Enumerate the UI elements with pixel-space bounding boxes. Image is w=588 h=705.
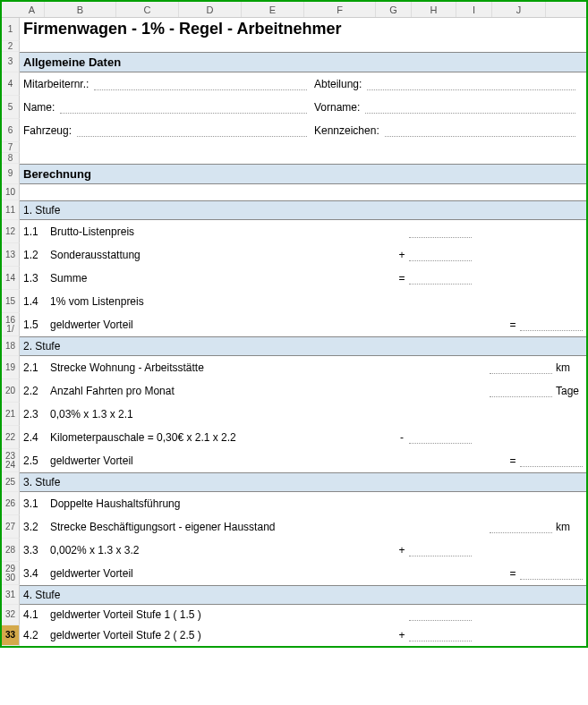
- section-berechnung: Berechnung: [23, 167, 91, 181]
- value-2-5[interactable]: [520, 454, 583, 467]
- text-1-3: Summe: [50, 272, 395, 285]
- unit-2-2: Tage: [552, 385, 583, 397]
- num-1-3: 1.3: [23, 272, 50, 285]
- row-num-selected[interactable]: 33: [2, 625, 20, 646]
- value-3-3[interactable]: [409, 544, 472, 556]
- row-num[interactable]: 5: [2, 96, 20, 119]
- value-1-2[interactable]: [409, 249, 472, 261]
- op-1-5: =: [506, 319, 520, 331]
- value-2-4[interactable]: [409, 431, 472, 444]
- row-num[interactable]: 161/: [2, 313, 20, 336]
- row-num[interactable]: 18: [2, 336, 20, 356]
- row-num[interactable]: 32: [2, 605, 20, 625]
- row-num[interactable]: 20: [2, 379, 20, 403]
- row-num[interactable]: 22: [2, 426, 20, 449]
- input-name[interactable]: [60, 101, 307, 114]
- row-num[interactable]: 8: [2, 153, 20, 164]
- row-num[interactable]: 2324: [2, 449, 20, 472]
- text-2-5: geldwerter Vorteil: [50, 454, 506, 467]
- num-4-1: 4.1: [23, 608, 50, 621]
- text-1-4: 1% vom Listenpreis: [50, 295, 404, 308]
- num-3-4: 3.4: [23, 567, 50, 580]
- text-2-1: Strecke Wohnung - Arbeitsstätte: [50, 361, 490, 374]
- row-num[interactable]: 19: [2, 356, 20, 379]
- value-1-5[interactable]: [520, 319, 583, 331]
- num-3-1: 3.1: [23, 497, 50, 510]
- op-1-2: +: [395, 249, 409, 261]
- input-abteilung[interactable]: [367, 78, 575, 90]
- doc-title: Firmenwagen - 1% - Regel - Arbeitnehmer: [23, 20, 341, 38]
- text-2-4: Kilometerpauschale = 0,30€ x 2.1 x 2.2: [50, 431, 395, 444]
- input-kennzeichen[interactable]: [385, 124, 575, 137]
- value-4-1[interactable]: [409, 608, 472, 621]
- section-allgemeine: Allgemeine Daten: [23, 55, 121, 69]
- row-num[interactable]: 15: [2, 290, 20, 313]
- col-e[interactable]: E: [242, 2, 304, 17]
- row-num[interactable]: 13: [2, 243, 20, 267]
- value-2-2[interactable]: [490, 385, 552, 397]
- label-abteilung: Abteilung:: [314, 78, 362, 90]
- op-3-3: +: [395, 544, 409, 556]
- row-num[interactable]: 7: [2, 142, 20, 153]
- value-3-4[interactable]: [520, 567, 583, 580]
- num-2-5: 2.5: [23, 454, 50, 467]
- row-num[interactable]: 3: [2, 52, 20, 72]
- label-fahrzeug: Fahrzeug:: [23, 124, 72, 137]
- num-3-2: 3.2: [23, 521, 50, 533]
- value-2-1[interactable]: [490, 361, 552, 374]
- column-headers: A B C D E F G H I J: [2, 2, 586, 18]
- value-4-2[interactable]: [409, 629, 472, 641]
- label-name: Name:: [23, 101, 55, 114]
- text-1-2: Sonderausstattung: [50, 249, 395, 261]
- row-num[interactable]: 26: [2, 492, 20, 515]
- row-num[interactable]: 9: [2, 164, 20, 184]
- row-num[interactable]: 31: [2, 585, 20, 605]
- col-h[interactable]: H: [412, 2, 456, 17]
- unit-2-1: km: [552, 361, 583, 374]
- row-num[interactable]: 27: [2, 515, 20, 539]
- row-num[interactable]: 11: [2, 200, 20, 220]
- row-num[interactable]: 21: [2, 403, 20, 426]
- row-num[interactable]: 25: [2, 472, 20, 492]
- stufe4-head: 4. Stufe: [23, 589, 60, 601]
- col-c[interactable]: C: [116, 2, 179, 17]
- input-vorname[interactable]: [365, 101, 575, 114]
- label-kennzeichen: Kennzeichen:: [314, 124, 379, 137]
- row-num[interactable]: 4: [2, 72, 20, 96]
- num-1-2: 1.2: [23, 249, 50, 261]
- row-num[interactable]: 2930: [2, 562, 20, 585]
- num-2-2: 2.2: [23, 385, 50, 397]
- text-3-2: Strecke Beschäftigungsort - eigener Haus…: [50, 521, 490, 533]
- stufe2-head: 2. Stufe: [23, 340, 60, 352]
- value-3-2[interactable]: [490, 521, 552, 533]
- col-j[interactable]: J: [492, 2, 546, 17]
- row-num[interactable]: 10: [2, 184, 20, 200]
- row-num[interactable]: 2: [2, 41, 20, 52]
- num-2-4: 2.4: [23, 431, 50, 444]
- num-2-3: 2.3: [23, 408, 50, 420]
- row-num[interactable]: 28: [2, 539, 20, 562]
- input-mitarbeiternr[interactable]: [94, 78, 307, 90]
- op-1-3: =: [395, 272, 409, 285]
- col-d[interactable]: D: [179, 2, 242, 17]
- value-1-1[interactable]: [409, 225, 472, 238]
- col-i[interactable]: I: [456, 2, 492, 17]
- col-g[interactable]: G: [376, 2, 412, 17]
- unit-3-2: km: [552, 521, 583, 533]
- row-num[interactable]: 12: [2, 220, 20, 243]
- input-fahrzeug[interactable]: [77, 124, 307, 137]
- num-4-2: 4.2: [23, 629, 50, 641]
- op-4-2: +: [395, 629, 409, 641]
- row-num[interactable]: 1: [2, 18, 20, 41]
- text-3-4: geldwerter Vorteil: [50, 567, 506, 580]
- row-num[interactable]: 14: [2, 267, 20, 290]
- label-vorname: Vorname:: [314, 101, 360, 114]
- text-2-3: 0,03% x 1.3 x 2.1: [50, 408, 583, 420]
- col-b[interactable]: B: [45, 2, 116, 17]
- text-4-2: geldwerter Vorteil Stufe 2 ( 2.5 ): [50, 629, 395, 641]
- num-1-5: 1.5: [23, 319, 50, 331]
- row-num[interactable]: 6: [2, 119, 20, 142]
- col-a[interactable]: A: [20, 2, 45, 17]
- col-f[interactable]: F: [304, 2, 376, 17]
- value-1-3[interactable]: [409, 272, 472, 285]
